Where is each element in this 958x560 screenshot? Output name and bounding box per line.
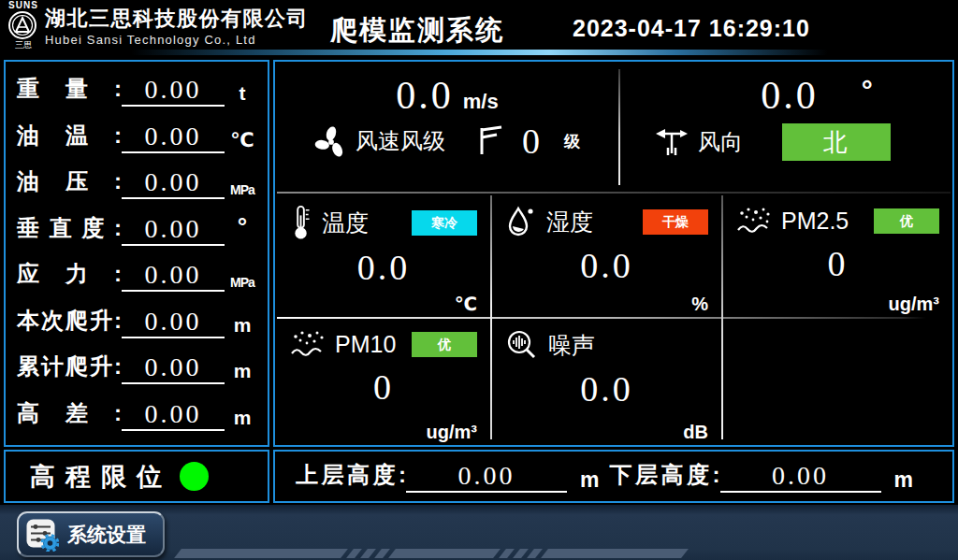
wind-level-unit: 级 [564, 131, 580, 152]
wind-level-value: 0 [522, 123, 540, 159]
pm10-status-badge: 优 [412, 332, 477, 357]
metrics-panel: 重量: 0.00 t 油温: 0.00 ℃ 油压: 0.00 MPa 垂直度: … [4, 60, 269, 447]
pm25-value: 0 [736, 246, 939, 281]
pm25-label: PM2.5 [781, 208, 849, 235]
metric-row-oil-temp: 油温: 0.00 ℃ [17, 121, 260, 153]
metric-label: 累计爬升: [17, 352, 122, 381]
humidity-status-badge: 干燥 [643, 209, 708, 235]
upper-height-group: 上层高度: 0.00 m [296, 460, 599, 493]
elevation-limit-box: 高程限位 [4, 450, 269, 503]
noise-unit: dB [683, 422, 708, 443]
system-settings-button[interactable]: 系统设置 [17, 511, 165, 557]
wind-row: 0.0 m/s 风速风级 [275, 62, 952, 192]
company-name: 湖北三思科技股份有限公司 Hubei Sansi Technology Co.,… [45, 4, 309, 46]
humidity-value: 0.0 [505, 248, 708, 283]
metric-value: 0.00 [122, 122, 225, 153]
settings-sliders-gear-icon [25, 518, 59, 552]
droplet-icon [505, 205, 537, 238]
page-title: 爬模监测系统 [330, 12, 504, 50]
logo-sansi-text: 三思 [7, 41, 39, 50]
wind-speed-value: 0.0 [396, 75, 454, 116]
temperature-label: 温度 [322, 208, 369, 238]
taskbar: 系统设置 [0, 505, 958, 560]
metric-value: 0.00 [122, 399, 225, 431]
lower-height-value: 0.00 [720, 461, 881, 493]
sansi-emblem-icon [7, 10, 39, 40]
elevation-limit-indicator [180, 462, 209, 491]
pm25-unit: ug/m³ [889, 294, 939, 315]
metric-row-current-climb: 本次爬升: 0.00 m [17, 306, 260, 338]
metric-value: 0.00 [122, 75, 225, 107]
pm10-value: 0 [290, 369, 477, 405]
upper-height-label: 上层高度: [296, 460, 406, 490]
decorative-stripes [178, 549, 690, 558]
noise-value: 0.0 [505, 371, 708, 407]
wind-direction-section: 0.0 ° 风向 北 [619, 62, 952, 192]
wind-speed-label: 风速风级 [356, 126, 445, 156]
sensor-cell-temperature: 温度 寒冷 0.0 ℃ [275, 194, 490, 317]
pm10-label: PM10 [335, 331, 396, 358]
datetime-display: 2023-04-17 16:29:10 [573, 15, 810, 42]
metric-label: 高差: [17, 398, 122, 428]
thermometer-icon [290, 205, 312, 240]
company-logo: SUNS 三思 [7, 1, 39, 50]
upper-height-unit: m [580, 467, 599, 493]
metric-unit: m [225, 360, 260, 382]
metric-row-weight: 重量: 0.00 t [17, 74, 260, 107]
metric-value: 0.00 [122, 352, 225, 384]
sensor-cell-pm25: PM2.5 优 0 ug/m³ [721, 194, 952, 317]
metric-unit: ℃ [225, 129, 260, 151]
metric-label: 垂直度: [17, 213, 122, 243]
elevation-limit-label: 高程限位 [30, 460, 172, 494]
metric-unit: ° [225, 217, 260, 237]
metric-unit: t [225, 82, 260, 105]
wind-direction-label: 风向 [698, 127, 743, 157]
humidity-label: 湿度 [546, 207, 593, 237]
metric-value: 0.00 [122, 167, 225, 199]
wind-direction-unit: ° [862, 75, 873, 107]
wind-section-divider [618, 69, 620, 185]
metric-unit: m [225, 407, 260, 429]
lower-height-unit: m [894, 467, 913, 493]
temperature-unit: ℃ [455, 293, 477, 315]
particles-icon [290, 328, 326, 360]
metric-unit: MPa [225, 182, 260, 197]
wind-direction-display: 0.0 ° [619, 75, 952, 116]
metric-row-total-climb: 累计爬升: 0.00 m [17, 352, 260, 384]
layer-heights-box: 上层高度: 0.00 m 下层高度: 0.00 m [273, 450, 954, 503]
noise-label: 噪声 [548, 330, 595, 361]
header: SUNS 三思 湖北三思科技股份有限公司 Hubei Sansi Technol… [0, 0, 958, 56]
metric-value: 0.00 [122, 214, 225, 246]
wind-direction-badge: 北 [782, 123, 891, 161]
temperature-status-badge: 寒冷 [412, 210, 477, 236]
logo-suns-text: SUNS [7, 1, 39, 10]
wind-speed-subrow: 风速风级 0 级 [275, 123, 619, 159]
metric-unit: m [225, 314, 260, 337]
humidity-unit: % [691, 294, 708, 315]
system-settings-label: 系统设置 [67, 522, 146, 548]
metric-label: 油温: [17, 121, 122, 151]
sensor-grid: 温度 寒冷 0.0 ℃ 湿度 干燥 [275, 194, 952, 445]
lower-height-label: 下层高度: [610, 460, 720, 490]
pm10-unit: ug/m³ [427, 422, 477, 443]
metric-label: 应力: [17, 259, 122, 289]
metric-unit: MPa [225, 275, 260, 290]
company-branding: SUNS 三思 湖北三思科技股份有限公司 Hubei Sansi Technol… [7, 1, 309, 50]
metric-row-verticality: 垂直度: 0.00 ° [17, 213, 260, 246]
lower-height-group: 下层高度: 0.00 m [610, 460, 913, 493]
sensor-cell-noise: 噪声 0.0 dB [490, 317, 721, 445]
wind-speed-section: 0.0 m/s 风速风级 [275, 62, 619, 192]
metric-row-height-diff: 高差: 0.00 m [17, 398, 260, 431]
wind-level-flag-icon [477, 125, 505, 157]
temperature-value: 0.0 [290, 250, 477, 285]
particles-icon [736, 205, 772, 237]
metric-row-stress: 应力: 0.00 MPa [17, 259, 260, 292]
wind-speed-unit: m/s [463, 90, 499, 114]
sensor-cell-empty [721, 317, 952, 445]
wind-direction-subrow: 风向 北 [619, 123, 952, 161]
wind-speed-display: 0.0 m/s [275, 75, 619, 116]
noise-meter-icon [505, 328, 539, 362]
sensor-cell-pm10: PM10 优 0 ug/m³ [275, 317, 490, 445]
company-name-en: Hubei Sansi Technology Co., Ltd [45, 33, 309, 47]
wind-direction-value: 0.0 [761, 75, 819, 116]
